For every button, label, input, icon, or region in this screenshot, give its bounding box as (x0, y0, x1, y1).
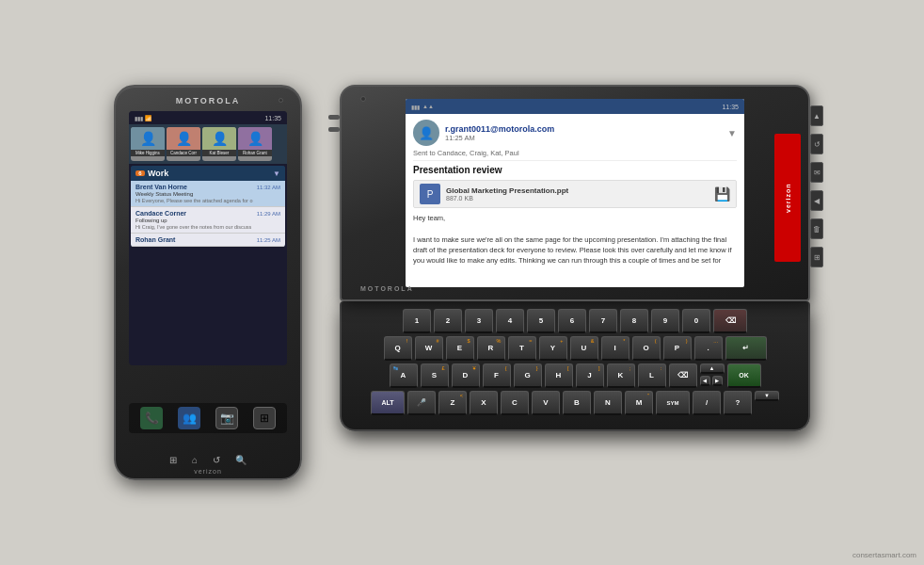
email-subject: Following up (135, 218, 280, 223)
nav-search-btn[interactable]: 🔍 (235, 455, 247, 465)
kb-nav-cluster: ▲ ◀ ▶ (700, 363, 725, 388)
email-item-2[interactable]: Candace Corner 11:29 AM Following up Hi … (131, 207, 285, 234)
kb-row-numbers: 1 2 3 4 5 6 7 8 9 0 ⌫ (353, 309, 797, 333)
kb-key-u[interactable]: &U (570, 336, 598, 361)
action-btn-1[interactable]: ▲ (810, 105, 823, 126)
kb-key-y[interactable]: +Y (539, 336, 567, 361)
kb-key-w[interactable]: #W (415, 336, 443, 361)
kb-key-d[interactable]: ¥D (452, 363, 480, 388)
p2-email-info: r.grant0011@motorola.com 11:25 AM (445, 124, 722, 142)
kb-key-s[interactable]: £S (421, 363, 449, 388)
email-sender: Candace Corner (135, 210, 186, 217)
action-btn-5[interactable]: 🗑 (810, 218, 823, 239)
kb-key-l[interactable]: :L (638, 363, 666, 388)
dock-camera-icon[interactable]: 📷 (215, 407, 238, 429)
contacts-row: 👤 Mike Higgins 👤 Candace Corr 👤 Kat Bles… (129, 124, 287, 164)
kb-key-2[interactable]: 2 (434, 309, 462, 333)
kb-key-del[interactable]: ⌫ (669, 363, 697, 388)
kb-key-q[interactable]: !Q (384, 336, 412, 361)
kb-key-b[interactable]: B (563, 391, 591, 415)
kb-key-i[interactable]: *I (601, 336, 629, 361)
kb-key-x[interactable]: X (470, 391, 498, 415)
phone1-brand: MOTOROLA (176, 96, 240, 105)
contact-kat[interactable]: 👤 Kat Bleser (202, 127, 236, 161)
dock-apps-icon[interactable]: ⊞ (253, 407, 276, 429)
kb-key-r[interactable]: %R (477, 336, 505, 361)
kb-key-0[interactable]: 0 (682, 309, 710, 333)
kb-key-ok[interactable]: OK (727, 363, 761, 388)
kb-down[interactable]: ▼ (755, 391, 779, 401)
work-dropdown-icon[interactable]: ▼ (273, 170, 280, 178)
kb-key-k[interactable]: ;K (607, 363, 635, 388)
kb-key-mic[interactable]: 🎤 (407, 391, 436, 415)
kb-key-a[interactable]: ↹A (390, 363, 418, 388)
kb-key-backspace[interactable]: ⌫ (713, 309, 747, 333)
nav-back-btn[interactable]: ↺ (213, 455, 220, 465)
kb-key-p[interactable]: )P (663, 336, 692, 361)
volume-up[interactable] (328, 115, 340, 120)
kb-key-t[interactable]: =T (508, 336, 536, 361)
p2-attachment[interactable]: P Global Marketing Presentation.ppt 887.… (413, 180, 737, 208)
watermark: consertasmart.com (852, 551, 916, 559)
phone1-device: MOTOROLA ▮▮▮ 📶 11:35 👤 Mike Higgins 👤 (114, 85, 302, 480)
kb-up[interactable]: ▲ (700, 363, 725, 374)
kb-key-j[interactable]: ]J (576, 363, 604, 388)
kb-key-8[interactable]: 8 (620, 309, 648, 333)
kb-key-6[interactable]: 6 (558, 309, 586, 333)
p2-attach-name: Global Marketing Presentation.ppt (446, 186, 709, 195)
action-btn-6[interactable]: ⊞ (810, 247, 823, 267)
contact-mike[interactable]: 👤 Mike Higgins (131, 127, 165, 161)
kb-right[interactable]: ▶ (712, 376, 723, 386)
p2-expand-icon[interactable]: ▼ (727, 128, 737, 138)
kb-key-g[interactable]: }G (514, 363, 542, 388)
nav-home-btn[interactable]: ⌂ (192, 455, 198, 465)
p1-time: 11:35 (264, 115, 281, 121)
scene: MOTOROLA ▮▮▮ 📶 11:35 👤 Mike Higgins 👤 (114, 85, 810, 480)
kb-key-z[interactable]: <Z (438, 391, 467, 415)
kb-key-enter[interactable]: ↵ (725, 336, 767, 361)
kb-key-sym[interactable]: SYM (656, 391, 690, 415)
kb-key-fwdslash[interactable]: / (693, 391, 721, 415)
dock-contacts-icon[interactable]: 👥 (178, 407, 200, 429)
kb-key-e[interactable]: $E (446, 336, 474, 361)
kb-key-v[interactable]: V (532, 391, 560, 415)
action-btn-4[interactable]: ◀ (810, 190, 823, 211)
kb-row-asdf: ↹A £S ¥D {F }G [H ]J ;K :L ⌫ ▲ ◀ ▶ OK (353, 363, 797, 388)
wifi-icon: 📶 (145, 115, 151, 121)
signal-icon: ▮▮▮ (135, 115, 143, 121)
kb-key-dot[interactable]: …. (694, 336, 723, 361)
kb-key-h[interactable]: [H (545, 363, 573, 388)
kb-key-alt[interactable]: ALT (371, 391, 405, 415)
kb-key-1[interactable]: 1 (403, 309, 431, 333)
kb-key-5[interactable]: 5 (527, 309, 555, 333)
kb-key-3[interactable]: 3 (465, 309, 493, 333)
p2-save-icon[interactable]: 💾 (714, 186, 730, 202)
kb-key-m[interactable]: "M (625, 391, 653, 415)
kb-key-o[interactable]: (O (632, 336, 661, 361)
contact-rohan[interactable]: 👤 Rohan Grant (238, 127, 272, 161)
email-item-1[interactable]: Brent Van Horne 11:32 AM Weekly Status M… (131, 181, 285, 207)
p2-email-content: 👤 r.grant0011@motorola.com 11:25 AM ▼ Se… (406, 114, 744, 271)
dock-phone-icon[interactable]: 📞 (140, 407, 163, 429)
email-item-3[interactable]: Rohan Grant 11:25 AM (131, 234, 285, 247)
volume-down[interactable] (328, 127, 340, 132)
action-btn-2[interactable]: ↺ (810, 134, 823, 154)
kb-key-7[interactable]: 7 (589, 309, 617, 333)
work-header[interactable]: 6 Work ▼ (131, 166, 285, 181)
kb-key-9[interactable]: 9 (651, 309, 679, 333)
kb-key-f[interactable]: {F (483, 363, 511, 388)
email-time: 11:25 AM (257, 237, 280, 243)
nav-apps-btn[interactable]: ⊞ (169, 455, 177, 465)
kb-key-4[interactable]: 4 (496, 309, 524, 333)
contact-candace[interactable]: 👤 Candace Corr (167, 127, 200, 161)
kb-key-n[interactable]: N (594, 391, 622, 415)
kb-left[interactable]: ◀ (700, 376, 710, 386)
contact-face: 👤 (131, 127, 165, 150)
phone1-verizon: verizon (194, 468, 222, 475)
camera-dot (279, 98, 283, 103)
email-time: 11:29 AM (257, 211, 280, 217)
p2-time: 11:35 (722, 104, 739, 110)
action-btn-3[interactable]: ✉ (810, 162, 823, 183)
kb-key-question[interactable]: ? (724, 391, 752, 415)
kb-key-c[interactable]: C (501, 391, 529, 415)
